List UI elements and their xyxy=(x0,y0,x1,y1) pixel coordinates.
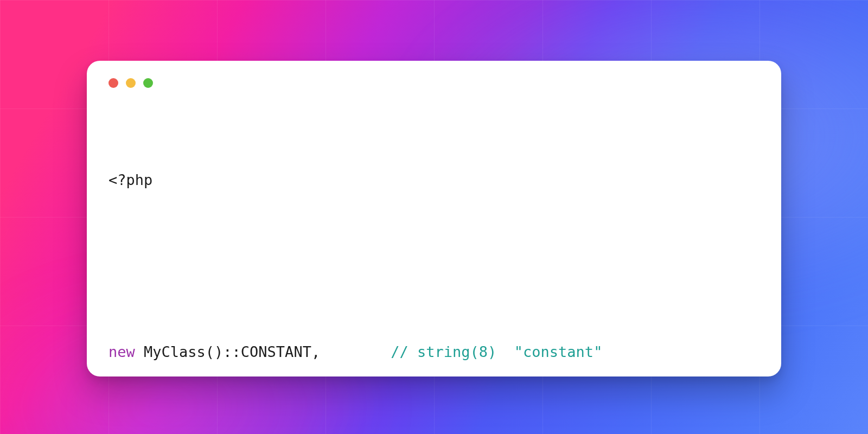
code-window: <?php new MyClass()::CONSTANT, // string… xyxy=(87,61,781,376)
code-block: <?php new MyClass()::CONSTANT, // string… xyxy=(108,118,760,434)
comment-string: "constant" xyxy=(514,343,603,360)
code-text: MyClass()::CONSTANT, xyxy=(135,343,320,360)
comment: // string(8) "constant" xyxy=(391,343,602,360)
comment-number: 8 xyxy=(479,343,488,360)
php-open-tag: <?php xyxy=(108,171,152,188)
padding xyxy=(320,343,391,360)
paren-close: ) xyxy=(488,343,496,360)
comment-func: string xyxy=(409,343,470,360)
close-icon[interactable] xyxy=(108,78,118,88)
comment-slashes: // xyxy=(391,343,409,360)
minimize-icon[interactable] xyxy=(126,78,136,88)
window-traffic-lights xyxy=(108,78,153,88)
keyword-new: new xyxy=(108,343,135,360)
paren-open: ( xyxy=(470,343,479,360)
padding xyxy=(496,343,514,360)
code-blank-line xyxy=(108,241,760,266)
code-line: new MyClass()::CONSTANT, // string(8) "c… xyxy=(108,340,760,364)
zoom-icon[interactable] xyxy=(143,78,153,88)
code-line: <?php xyxy=(108,168,760,192)
